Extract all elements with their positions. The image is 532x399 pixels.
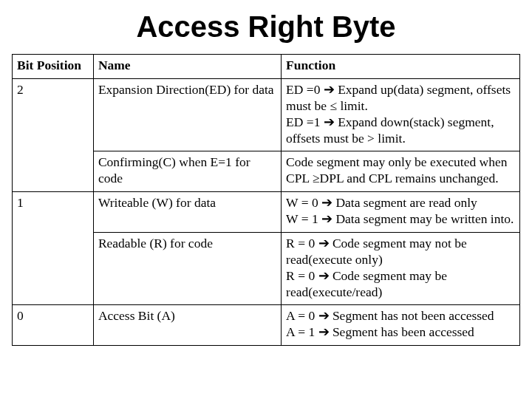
cell-func: Code segment may only be executed when C…: [282, 151, 520, 192]
table-row: 0 Access Bit (A) A = 0 ➔ Segment has not…: [13, 305, 520, 346]
cell-name: Expansion Direction(ED) for data: [93, 78, 281, 151]
page-title: Access Right Byte: [12, 10, 520, 44]
cell-func: W = 0 ➔ Data segment are read onlyW = 1 …: [282, 192, 520, 233]
table-header-row: Bit Position Name Function: [13, 55, 520, 79]
cell-func: A = 0 ➔ Segment has not been accessedA =…: [282, 305, 520, 346]
table-row: 2 Expansion Direction(ED) for data ED =0…: [13, 78, 520, 151]
cell-bit: 0: [13, 305, 94, 346]
cell-func: R = 0 ➔ Code segment may not be read(exe…: [282, 232, 520, 305]
slide: Access Right Byte Bit Position Name Func…: [0, 0, 532, 399]
cell-name: Confirming(C) when E=1 for code: [93, 151, 281, 192]
col-header-bit: Bit Position: [13, 55, 94, 79]
cell-name: Readable (R) for code: [93, 232, 281, 305]
col-header-name: Name: [93, 55, 281, 79]
cell-bit: 1: [13, 192, 94, 305]
cell-name: Writeable (W) for data: [93, 192, 281, 233]
table-row: 1 Writeable (W) for data W = 0 ➔ Data se…: [13, 192, 520, 233]
access-right-byte-table: Bit Position Name Function 2 Expansion D…: [12, 54, 520, 346]
cell-name: Access Bit (A): [93, 305, 281, 346]
col-header-func: Function: [282, 55, 520, 79]
cell-bit: 2: [13, 78, 94, 191]
cell-func: ED =0 ➔ Expand up(data) segment, offsets…: [282, 78, 520, 151]
